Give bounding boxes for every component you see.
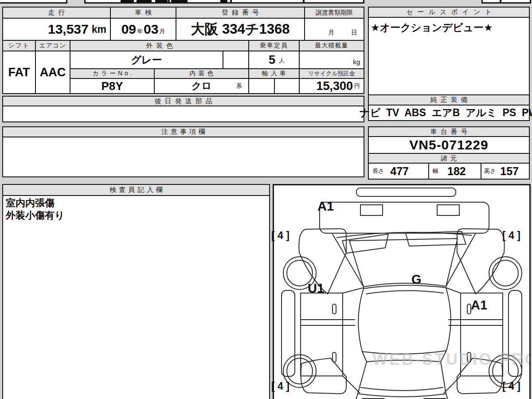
b-pillar-left: [301, 320, 355, 325]
exterior-color-empty-cell: [223, 51, 249, 69]
seating-capacity-unit: 人: [275, 57, 285, 68]
aircon-header: エアコン: [35, 40, 70, 51]
shift-value: FAT: [2, 51, 36, 94]
dimension-width-label: 幅: [433, 167, 438, 175]
cropped-row-fragment: [303, 0, 364, 4]
transfer-day-suffix: 日: [351, 29, 357, 37]
a-pillar-left: [332, 234, 364, 287]
mark-front-left-door: U1: [308, 281, 324, 296]
cropped-text-fragment: [137, 0, 152, 3]
imported-empty-cell: [248, 78, 275, 94]
inspection-value-cell: 09 年 03 月: [110, 18, 176, 41]
sales-point-header: セールスポイント: [368, 7, 530, 18]
shift-header: シフト: [2, 40, 36, 51]
max-load-header: 最大積載量: [299, 40, 364, 51]
cropped-text-fragment: [220, 0, 227, 3]
dimension-height-value: 157: [500, 165, 519, 178]
headlight-right: [437, 205, 459, 215]
inspection-month-suffix: 月: [158, 27, 165, 40]
mark-rear-right-tire: [ 4 ]: [502, 380, 520, 392]
genuine-equipment-list: ナビ TV ABS エアB アルミ PS PW: [368, 105, 530, 121]
rear-left-wheel-inner: [287, 358, 313, 384]
max-load-value-cell: kg: [299, 51, 364, 69]
transfer-deadline-cell: 月 日: [304, 18, 364, 41]
later-parts-empty-box: [2, 106, 364, 122]
inspection-year-suffix: 年: [136, 27, 144, 40]
inspection-year: 09: [121, 22, 136, 37]
chassis-number-header: 車台番号: [368, 126, 530, 137]
rear-deck-right-edge: [446, 394, 450, 399]
recycle-deposit-header: リサイクル預託金: [299, 68, 364, 79]
dimension-height-cell: 高さ 157: [481, 163, 530, 180]
mark-hood: A1: [317, 199, 334, 214]
cropped-text-fragment: [171, 0, 188, 3]
inspector-notes-box: 室内内張傷 外装小傷有り: [2, 195, 270, 399]
car-front-bumper: [356, 188, 456, 196]
mileage-header: 走行: [2, 7, 111, 19]
registration-header: 登録番号: [176, 7, 305, 19]
sales-point-box: ★オークションデビュー★: [368, 17, 530, 95]
recycle-deposit-value-cell: 15,300 円: [299, 78, 364, 94]
cropped-row-fragment: [231, 0, 304, 4]
mark-front-left-tire: [ 4 ]: [271, 230, 289, 242]
mileage-unit: km: [92, 23, 106, 35]
dimension-length-label: 長さ: [372, 167, 384, 175]
front-right-wheel-inner: [493, 260, 518, 286]
interior-color-value: クロ: [192, 79, 211, 93]
dimension-width-cell: 幅 182: [428, 163, 481, 180]
wiper-left: [342, 234, 388, 253]
rear-window-line: [361, 387, 443, 391]
b-pillar-right: [449, 320, 503, 325]
door-handle: [467, 304, 471, 314]
imported-empty-cell: [274, 78, 300, 94]
dimension-length-cell: 長さ 477: [368, 163, 429, 180]
chassis-number-value: VN5-071229: [368, 136, 530, 154]
dimensions-header: 諸元: [368, 153, 530, 164]
exterior-color-header: 外装色: [70, 40, 249, 51]
exterior-color-value: グレー: [70, 51, 223, 69]
seating-capacity-header: 乗車定員: [248, 40, 300, 51]
recycle-deposit-value: 15,300: [316, 79, 353, 93]
mark-front-right-tire: [ 4 ]: [502, 230, 520, 242]
door-handle: [332, 304, 336, 314]
color-no-value: P8Y: [70, 78, 155, 94]
roof-front-line: [366, 290, 443, 294]
imported-header: 輸入車: [248, 68, 300, 79]
roof: [358, 285, 451, 354]
interior-color-suffix: 系: [236, 82, 242, 90]
later-parts-header: 後日発送部品: [2, 96, 364, 106]
registration-plate: 大阪 334チ1368: [176, 18, 305, 41]
mark-front-right-door: A1: [471, 298, 487, 313]
aircon-value: AAC: [35, 51, 70, 94]
transfer-month-suffix: 月: [328, 29, 334, 37]
sales-point-text: ★オークションデビュー★: [369, 18, 529, 38]
windshield: [349, 239, 458, 287]
mark-rear-left-tire: [ 4 ]: [271, 380, 289, 392]
color-no-header: カラーNo.: [70, 68, 155, 79]
headlight-left: [360, 205, 383, 215]
mark-roof: G: [411, 272, 422, 287]
front-right-wheel: [489, 257, 522, 289]
cropped-row-fragment: [500, 0, 531, 4]
inspector-notes-header: 検査員記入欄: [2, 184, 270, 196]
seating-capacity-value-cell: 5 人: [248, 51, 300, 69]
watermark: WEB-STUDIO.PRO: [372, 350, 531, 369]
inspection-month: 03: [144, 22, 158, 37]
dimension-height-label: 高さ: [484, 167, 496, 175]
mileage-value-cell: 13,537 km: [2, 18, 111, 41]
dimension-length-value: 477: [390, 165, 409, 178]
genuine-equipment-header: 純正装備: [368, 94, 530, 106]
cropped-row-fragment: [0, 0, 67, 4]
rear-deck-left-edge: [354, 394, 358, 399]
a-pillar-right: [446, 233, 476, 286]
max-load-unit: kg: [353, 58, 360, 66]
inspection-header: 車検: [110, 7, 176, 19]
cropped-text-fragment: [155, 0, 168, 3]
c-pillar-left: [362, 352, 367, 362]
cautions-empty-box: [2, 137, 364, 177]
interior-color-header: 内装色: [154, 68, 249, 79]
transfer-deadline-header: 譲渡書類期限: [304, 7, 364, 19]
cautions-header: 注意事項欄: [2, 126, 364, 137]
cropped-text-fragment: [121, 0, 134, 3]
seating-capacity-value: 5: [269, 53, 275, 67]
